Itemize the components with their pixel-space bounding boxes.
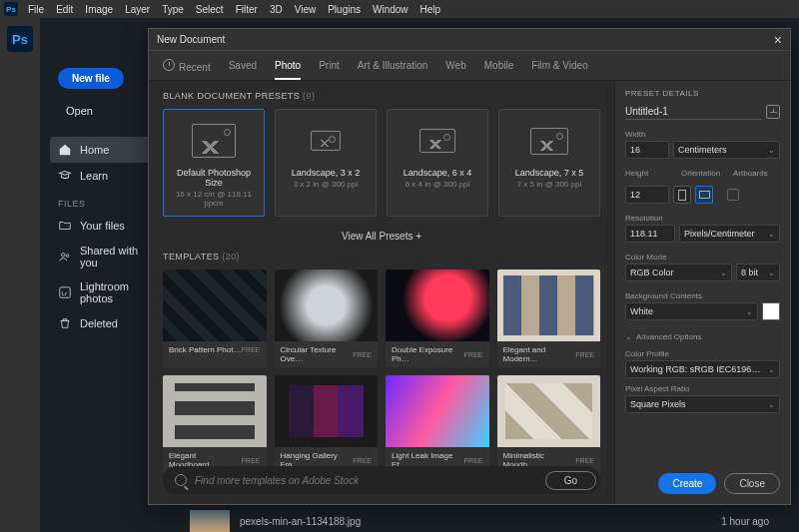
width-input[interactable] bbox=[625, 141, 669, 159]
background-label: Background Contents bbox=[625, 291, 780, 300]
files-label: FILES bbox=[50, 189, 160, 213]
create-button[interactable]: Create bbox=[658, 473, 716, 494]
background-color-swatch[interactable] bbox=[762, 302, 780, 320]
tab-saved[interactable]: Saved bbox=[229, 52, 257, 79]
resolution-unit-select[interactable]: Pixels/Centimeter⌄ bbox=[679, 225, 780, 243]
tab-print[interactable]: Print bbox=[319, 52, 340, 79]
artboards-checkbox[interactable] bbox=[727, 189, 739, 201]
close-button[interactable]: Close bbox=[724, 473, 780, 494]
nav-learn[interactable]: Learn bbox=[50, 163, 160, 189]
resolution-label: Resolution bbox=[625, 214, 780, 223]
recent-file-row[interactable]: pexels-min-an-1134188.jpg 1 hour ago bbox=[190, 510, 769, 532]
template-item[interactable]: Light Leak Image Ef…FREE bbox=[386, 375, 489, 473]
background-select[interactable]: White⌄ bbox=[625, 302, 758, 320]
search-icon bbox=[175, 474, 187, 486]
bit-depth-select[interactable]: 8 bit⌄ bbox=[736, 264, 780, 281]
templates-header: TEMPLATES (20) bbox=[163, 252, 600, 262]
menu-file[interactable]: File bbox=[22, 2, 50, 17]
tab-recent[interactable]: Recent bbox=[163, 51, 211, 81]
preset-6x4[interactable]: Landscape, 6 x 4 6 x 4 in @ 300 ppi bbox=[387, 109, 488, 217]
width-label: Width bbox=[625, 130, 780, 139]
menu-3d[interactable]: 3D bbox=[264, 2, 289, 17]
tab-web[interactable]: Web bbox=[445, 52, 465, 79]
details-header: PRESET DETAILS bbox=[625, 89, 780, 98]
preset-3x2[interactable]: Landscape, 3 x 2 3 x 2 in @ 300 ppi bbox=[275, 109, 377, 217]
stock-search-bar: Go bbox=[163, 466, 600, 494]
template-item[interactable]: Hanging Gallery Fra…FREE bbox=[275, 375, 379, 473]
template-item[interactable]: Elegant and Modern…FREE bbox=[497, 269, 601, 367]
color-profile-label: Color Profile bbox=[625, 349, 780, 358]
learn-icon bbox=[58, 169, 72, 183]
recent-file-name: pexels-min-an-1134188.jpg bbox=[240, 516, 361, 527]
template-item[interactable]: Brick Pattern Phot…FREE bbox=[163, 269, 267, 367]
template-item[interactable]: Minimalistic Moodb…FREE bbox=[497, 375, 601, 473]
menu-filter[interactable]: Filter bbox=[230, 2, 264, 17]
height-input[interactable] bbox=[625, 186, 669, 204]
menu-type[interactable]: Type bbox=[156, 2, 190, 17]
new-document-dialog: New Document × Recent Saved Photo Print … bbox=[148, 28, 791, 505]
app-logo-icon: Ps bbox=[4, 2, 18, 16]
tab-film[interactable]: Film & Video bbox=[531, 52, 588, 79]
preset-7x5[interactable]: Landscape, 7 x 5 7 x 5 in @ 300 ppi bbox=[498, 109, 600, 217]
app-rail: Ps bbox=[0, 18, 40, 532]
presets-header: BLANK DOCUMENT PRESETS (9) bbox=[163, 91, 600, 101]
menu-view[interactable]: View bbox=[289, 2, 323, 17]
nav-shared[interactable]: Shared with you bbox=[50, 239, 160, 274]
orientation-portrait-button[interactable] bbox=[673, 186, 691, 204]
svg-point-0 bbox=[62, 254, 66, 258]
template-item[interactable]: Circular Texture Ove…FREE bbox=[275, 269, 379, 367]
people-icon bbox=[58, 250, 72, 264]
menu-plugins[interactable]: Plugins bbox=[322, 2, 367, 17]
menu-layer[interactable]: Layer bbox=[119, 2, 156, 17]
tab-art[interactable]: Art & Illustration bbox=[358, 52, 428, 79]
category-tabs: Recent Saved Photo Print Art & Illustrat… bbox=[149, 51, 790, 81]
save-preset-icon[interactable] bbox=[766, 105, 780, 119]
height-label: Height bbox=[625, 169, 669, 178]
go-button[interactable]: Go bbox=[545, 471, 596, 490]
app-logo-icon[interactable]: Ps bbox=[7, 26, 33, 52]
recent-thumbnail bbox=[190, 510, 230, 532]
open-link[interactable]: Open bbox=[58, 99, 160, 123]
nav-your-files[interactable]: Your files bbox=[50, 213, 160, 239]
folder-icon bbox=[58, 219, 72, 233]
nav-home[interactable]: Home bbox=[50, 137, 160, 163]
dialog-titlebar: New Document × bbox=[149, 29, 790, 51]
orientation-label: Orientation bbox=[681, 169, 721, 178]
presets-panel: BLANK DOCUMENT PRESETS (9) Default Photo… bbox=[149, 81, 614, 504]
color-profile-select[interactable]: Working RGB: sRGB IEC61966-2.1⌄ bbox=[625, 360, 780, 378]
nav-lightroom[interactable]: Lr Lightroom photos bbox=[50, 274, 160, 310]
dialog-title: New Document bbox=[157, 34, 225, 45]
menu-image[interactable]: Image bbox=[79, 2, 119, 17]
close-icon[interactable]: × bbox=[774, 32, 782, 48]
nav-deleted[interactable]: Deleted bbox=[50, 310, 160, 336]
menu-help[interactable]: Help bbox=[414, 2, 447, 17]
svg-text:Lr: Lr bbox=[62, 289, 67, 296]
menu-window[interactable]: Window bbox=[367, 2, 414, 17]
tab-mobile[interactable]: Mobile bbox=[484, 52, 513, 79]
home-icon bbox=[58, 143, 72, 157]
view-all-presets-link[interactable]: View All Presets + bbox=[163, 231, 600, 242]
tab-photo[interactable]: Photo bbox=[275, 52, 301, 79]
template-item[interactable]: Double Exposure Ph…FREE bbox=[386, 269, 489, 367]
lightroom-icon: Lr bbox=[58, 285, 72, 299]
new-file-button[interactable]: New file bbox=[58, 68, 124, 89]
document-name-input[interactable] bbox=[625, 104, 762, 120]
preset-default[interactable]: Default Photoshop Size 16 x 12 cm @ 118.… bbox=[163, 109, 265, 217]
pixel-aspect-label: Pixel Aspect Ratio bbox=[625, 384, 780, 393]
preset-details-panel: PRESET DETAILS Width Centimeters⌄ Height… bbox=[614, 81, 790, 504]
svg-point-1 bbox=[66, 255, 69, 258]
menu-select[interactable]: Select bbox=[190, 2, 230, 17]
menu-edit[interactable]: Edit bbox=[50, 2, 79, 17]
orientation-landscape-button[interactable] bbox=[695, 186, 713, 204]
menubar: Ps File Edit Image Layer Type Select Fil… bbox=[0, 0, 799, 18]
stock-search-input[interactable] bbox=[195, 475, 537, 486]
chevron-down-icon: ⌄ bbox=[625, 332, 632, 341]
color-mode-select[interactable]: RGB Color⌄ bbox=[625, 264, 732, 281]
template-item[interactable]: Elegant Moodboard…FREE bbox=[163, 375, 267, 473]
advanced-options-toggle[interactable]: ⌄ Advanced Options bbox=[625, 332, 780, 341]
pixel-aspect-select[interactable]: Square Pixels⌄ bbox=[625, 395, 780, 413]
recent-file-time: 1 hour ago bbox=[721, 516, 769, 527]
resolution-input[interactable] bbox=[625, 225, 675, 243]
color-mode-label: Color Mode bbox=[625, 253, 780, 262]
units-select[interactable]: Centimeters⌄ bbox=[673, 141, 780, 159]
